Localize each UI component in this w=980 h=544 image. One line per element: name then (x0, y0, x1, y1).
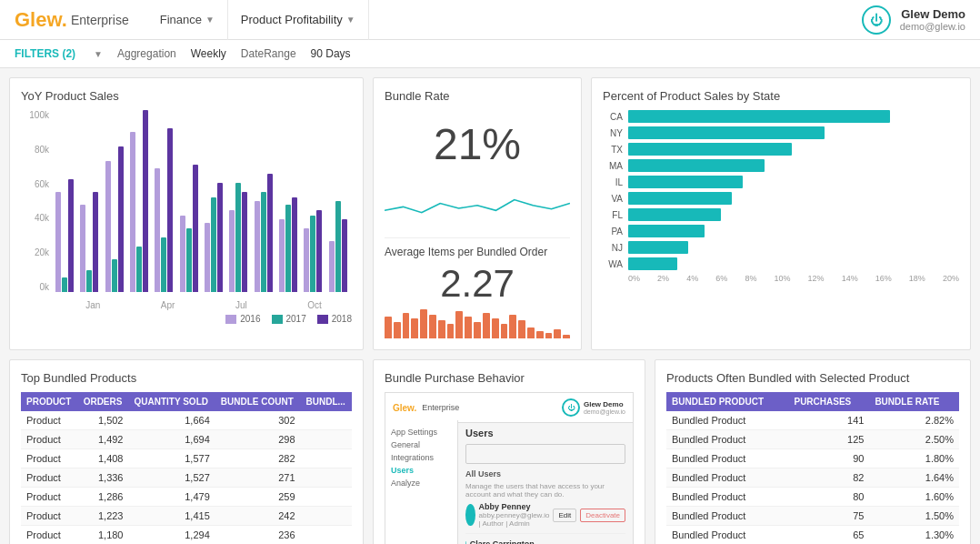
bundled-table-row: Bundled Product1252.50% (666, 430, 959, 449)
filters-button[interactable]: FILTERS (2) (15, 47, 75, 60)
month-group (229, 183, 252, 292)
x-axis-label: Jul (235, 300, 247, 310)
mini-bar (385, 317, 392, 338)
y-axis-label: 80k (21, 145, 53, 155)
bundled-table-cell: 90 (788, 449, 869, 468)
y-axis: 100k80k60k40k20k0k (21, 110, 53, 292)
filters-chevron-icon: ▼ (94, 49, 103, 59)
state-bar (628, 241, 688, 254)
table-row: Product1,4921,694298 (21, 430, 352, 449)
mockup-sidebar-item[interactable]: Integrations (391, 453, 452, 462)
avg-items-value: 2.27 (385, 262, 570, 306)
table-cell: 1,502 (78, 411, 129, 430)
avg-items-title: Average Items per Bundled Order (385, 237, 570, 258)
bundled-table-cell: Bundled Product (666, 430, 788, 449)
mini-bar (518, 320, 525, 338)
month-group (80, 192, 103, 292)
bundled-table-cell: 65 (788, 526, 869, 545)
mockup-deactivate-button[interactable]: Deactivate (580, 509, 625, 522)
table-cell: 1,408 (78, 449, 129, 468)
bundled-table-row: Bundled Product651.30% (666, 526, 959, 545)
table-row: Product1,1801,294236 (21, 526, 352, 545)
month-group (304, 210, 326, 292)
bundled-table-header: PURCHASES (788, 392, 869, 411)
bundled-table-cell: 82 (788, 468, 869, 488)
state-label: VA (603, 194, 623, 204)
bundled-table-row: Bundled Product821.64% (666, 468, 959, 488)
main-content: YoY Product Sales 100k80k60k40k20k0k Jan… (0, 68, 980, 544)
table-header: BUNDLE COUNT (215, 392, 301, 411)
state-row: PA (603, 225, 959, 237)
bar (143, 110, 148, 292)
month-group (329, 201, 352, 292)
y-axis-label: 100k (21, 110, 53, 120)
table-cell (301, 507, 352, 526)
month-group (255, 174, 277, 292)
user-info: Glew Demo demo@glew.io (900, 7, 965, 32)
legend-label: 2018 (332, 314, 352, 324)
mini-bar (545, 333, 553, 338)
daterange-value: 90 Days (311, 47, 351, 60)
bar (68, 179, 74, 292)
bar (342, 219, 347, 292)
mini-bar (474, 322, 481, 338)
state-row: VA (603, 192, 959, 205)
table-cell: 271 (215, 468, 301, 488)
bar (235, 183, 241, 292)
mini-bar (455, 311, 463, 338)
month-group (279, 197, 302, 292)
mockup-sidebar-item[interactable]: App Settings (391, 428, 452, 437)
bundled-table-row: Bundled Product901.80% (666, 449, 959, 468)
bar (105, 161, 111, 292)
state-label: TX (603, 145, 623, 155)
nav-product-profitability[interactable]: Product Profitability ▼ (228, 0, 369, 40)
bundled-table-cell: Bundled Product (666, 488, 788, 507)
mini-bar (554, 329, 561, 338)
bar (93, 192, 98, 292)
mini-bar (447, 324, 455, 338)
mini-bar (411, 318, 418, 338)
user-section: ⏻ Glew Demo demo@glew.io (862, 5, 965, 35)
table-cell: 1,286 (78, 488, 129, 507)
legend-item: 2017 (272, 314, 306, 324)
table-cell: 1,664 (128, 411, 215, 430)
table-cell: 302 (215, 411, 301, 430)
aggregation-value: Weekly (191, 47, 226, 60)
mini-bar (403, 313, 410, 338)
mockup-sidebar-item[interactable]: Analyze (391, 479, 452, 488)
bar (155, 168, 160, 292)
daterange-label: DateRange (241, 47, 296, 60)
mockup-user-info: Abby Penneyabby.penney@glew.io | Author … (479, 502, 550, 528)
state-label: MA (603, 161, 623, 171)
bundled-table-row: Bundled Product751.50% (666, 507, 959, 526)
mini-bar (465, 317, 472, 338)
table-cell: 1,492 (78, 430, 129, 449)
y-axis-label: 60k (21, 179, 53, 189)
table-cell: Product (21, 430, 78, 449)
bar (167, 128, 173, 292)
mockup-edit-button[interactable]: Edit (553, 509, 576, 522)
state-x-axis: 0%2%4%6%8%10%12%14%16%18%20% (603, 274, 959, 283)
bar (217, 183, 223, 292)
state-x-label: 4% (686, 274, 698, 283)
state-x-label: 10% (774, 274, 790, 283)
bundled-table-cell: 1.80% (869, 449, 959, 468)
bar (229, 210, 235, 292)
bar (285, 205, 291, 292)
state-row: CA (603, 110, 959, 123)
mockup-user-sub: abby.penney@glew.io | Author | Admin (479, 511, 550, 528)
legend-item: 2018 (317, 314, 352, 324)
mockup-sidebar-item[interactable]: General (391, 440, 452, 449)
bar (261, 192, 266, 292)
bar (186, 228, 192, 292)
bar (112, 259, 117, 292)
aggregation-label: Aggregation (117, 47, 176, 60)
bar (279, 219, 285, 292)
table-header: QUANTITY SOLD (128, 392, 215, 411)
mockup-user-row: Abby Penneyabby.penney@glew.io | Author … (465, 502, 625, 534)
bar (118, 146, 124, 292)
state-x-label: 16% (875, 274, 892, 283)
mockup-sidebar-item[interactable]: Users (391, 466, 452, 475)
nav-finance[interactable]: Finance ▼ (147, 0, 228, 40)
table-cell: Product (21, 526, 78, 545)
